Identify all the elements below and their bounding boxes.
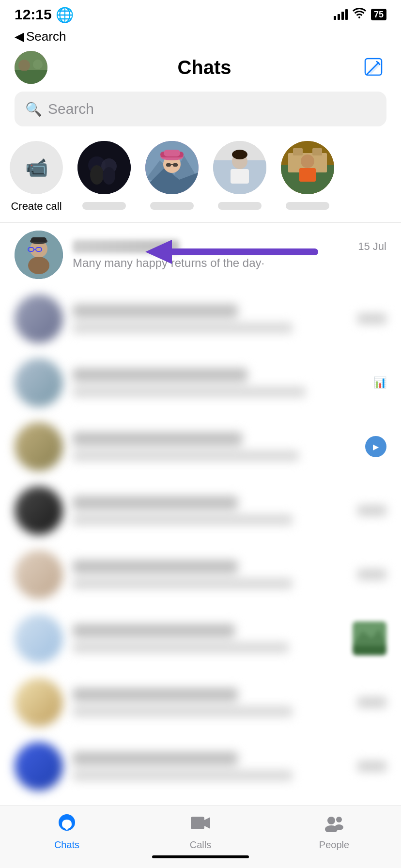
svg-point-2: [18, 60, 30, 71]
search-bar-container: 🔍 Search: [0, 92, 401, 136]
calls-tab-label: Calls: [190, 839, 211, 851]
svg-rect-20: [173, 163, 178, 167]
svg-point-53: [327, 817, 335, 824]
globe-icon: 🌐: [56, 6, 74, 23]
chat-content-first: 15 Jul Many many happy returns of the da…: [73, 240, 386, 270]
blurred-time-7: [357, 697, 386, 708]
chat-name-row-first: 15 Jul: [73, 240, 386, 253]
blurred-time-1: [357, 313, 386, 324]
blurred-avatar-7: [15, 678, 63, 727]
profile-avatar[interactable]: [15, 51, 47, 84]
svg-point-39: [28, 257, 49, 274]
create-call-avatar[interactable]: 📹: [10, 141, 63, 194]
wifi-icon: [353, 8, 366, 21]
svg-rect-18: [164, 150, 180, 156]
people-tab-label: People: [319, 839, 349, 851]
svg-point-55: [336, 817, 342, 822]
back-button[interactable]: ◀ Search: [0, 26, 401, 47]
blurred-avatar-2: [15, 358, 63, 407]
story-avatar-3[interactable]: [213, 141, 266, 194]
story-name-blur-3: [218, 202, 262, 210]
blurred-avatar-4: [15, 486, 63, 535]
image-thumbnail: [353, 621, 386, 655]
blurred-chat-5[interactable]: [0, 542, 401, 606]
blurred-name-2: [73, 368, 247, 382]
blurred-chat-6[interactable]: [0, 606, 401, 670]
chat-preview-first: Many many happy returns of the day·: [73, 256, 386, 270]
back-arrow-icon: ◀: [15, 29, 24, 44]
story-name-blur-4: [286, 202, 329, 210]
svg-point-32: [301, 155, 314, 168]
blurred-chat-4[interactable]: [0, 479, 401, 542]
svg-rect-45: [353, 646, 386, 655]
compose-button[interactable]: [361, 55, 386, 80]
blurred-preview-1: [73, 323, 293, 333]
nav-item-people[interactable]: People: [267, 814, 401, 851]
blurred-content-5: [73, 560, 348, 589]
blurred-avatar-8: [15, 742, 63, 790]
blurred-name-6: [73, 624, 235, 637]
signal-bar-4: [345, 9, 348, 20]
story-avatar-1[interactable]: [77, 141, 131, 194]
signal-bar-3: [341, 12, 344, 20]
blurred-chat-2[interactable]: 📊: [0, 351, 401, 415]
create-call-item[interactable]: 📹 Create call: [10, 141, 63, 213]
home-indicator: [152, 855, 249, 858]
story-item-3[interactable]: [213, 141, 266, 210]
battery-indicator: 75: [371, 9, 386, 20]
status-icons: 75: [334, 8, 386, 21]
time-display: 12:15: [15, 6, 52, 23]
blurred-chat-1[interactable]: [0, 287, 401, 351]
story-item-1[interactable]: [77, 141, 131, 210]
create-call-button[interactable]: 📹: [10, 141, 63, 194]
blurred-chat-7[interactable]: [0, 670, 401, 734]
svg-point-10: [90, 165, 104, 185]
blurred-chats-section: 📊 ▶: [0, 287, 401, 798]
blurred-preview-6: [73, 642, 289, 653]
nav-item-chats[interactable]: Chats: [0, 814, 134, 851]
blurred-avatar-3: [15, 422, 63, 471]
svg-rect-25: [231, 169, 249, 184]
chat-item-first[interactable]: 15 Jul Many many happy returns of the da…: [0, 223, 401, 287]
create-call-label: Create call: [10, 200, 63, 213]
blurred-preview-7: [73, 706, 293, 717]
header: Chats: [0, 47, 401, 92]
svg-point-3: [33, 60, 43, 69]
blurred-name-3: [73, 432, 242, 446]
blurred-name-5: [73, 560, 238, 574]
blurred-preview-3: [73, 450, 299, 461]
nav-item-calls[interactable]: Calls: [134, 814, 267, 851]
story-item-4[interactable]: [281, 141, 334, 210]
blurred-content-8: [73, 752, 348, 781]
stories-row[interactable]: 📹 Create call: [0, 136, 401, 222]
svg-rect-1: [15, 70, 47, 84]
blurred-preview-8: [73, 770, 293, 781]
story-name-blur-2: [150, 202, 194, 210]
blurred-avatar-5: [15, 550, 63, 599]
svg-point-26: [232, 150, 247, 159]
blurred-time-5: [357, 569, 386, 580]
story-avatar-4[interactable]: [281, 141, 334, 194]
status-bar: 12:15 🌐 75: [0, 0, 401, 26]
blurred-time-8: [357, 761, 386, 772]
blurred-chat-3[interactable]: ▶: [0, 415, 401, 479]
svg-rect-30: [293, 148, 303, 155]
blurred-name-4: [73, 496, 238, 510]
blue-badge: ▶: [365, 436, 386, 457]
svg-rect-33: [299, 168, 316, 182]
blurred-avatar-1: [15, 294, 63, 343]
chat-list: 15 Jul Many many happy returns of the da…: [0, 223, 401, 862]
svg-rect-19: [166, 163, 171, 167]
search-bar[interactable]: 🔍 Search: [15, 92, 386, 126]
signal-bar-2: [338, 14, 340, 20]
video-plus-icon: 📹: [25, 157, 48, 178]
signal-bar-1: [334, 16, 336, 20]
story-item-2[interactable]: [145, 141, 199, 210]
blurred-time-4: [357, 505, 386, 516]
blurred-content-7: [73, 688, 348, 717]
blurred-content-4: [73, 496, 348, 525]
chat-avatar-first: [15, 231, 63, 279]
status-time: 12:15 🌐: [15, 6, 74, 23]
blurred-chat-8[interactable]: [0, 734, 401, 798]
story-avatar-2[interactable]: [145, 141, 199, 194]
